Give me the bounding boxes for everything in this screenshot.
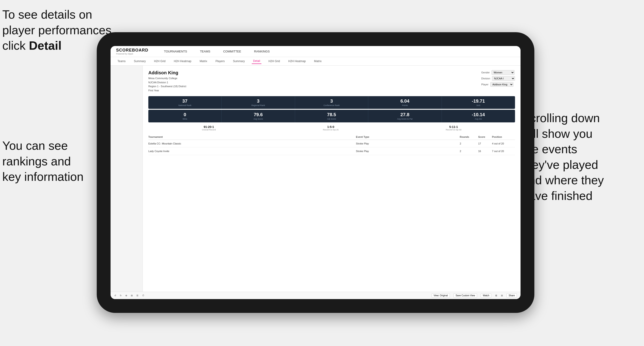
- top25-record-value: 1-5-0: [323, 125, 338, 129]
- logo-text: SCOREBOARD: [116, 48, 148, 53]
- content-area: Addison King Mesa Community College NJCA…: [110, 66, 520, 292]
- avg-sg-label: Avg SG: [444, 118, 513, 120]
- col-rounds: Rounds: [460, 136, 478, 138]
- player-selectors: Gender Women Division NJCAA I: [481, 70, 515, 87]
- tablet-frame: SCOREBOARD Powered by clippd TOURNAMENTS…: [97, 32, 534, 313]
- stat-wins: 0 Wins: [148, 110, 222, 122]
- player-division: NJCAA Division 1: [148, 81, 186, 85]
- logo-sub: Powered by clippd: [116, 53, 148, 55]
- division-selector-row: Division NJCAA I: [481, 76, 515, 81]
- table-row[interactable]: Estella CC- Mountain Classic Stroke Play…: [148, 140, 515, 148]
- toolbar-icon4[interactable]: ⏱: [142, 294, 144, 297]
- sos-value: -19.71: [444, 98, 513, 104]
- points-value: 6.04: [370, 98, 440, 104]
- player-header: Addison King Mesa Community College NJCA…: [148, 70, 515, 92]
- sub-nav-matrix[interactable]: Matrix: [198, 59, 209, 64]
- regional-rank-value: 3: [224, 98, 293, 104]
- stat-sos: -19.71 SoS: [442, 96, 515, 109]
- top50-record-label: Record vs top 50: [446, 129, 461, 131]
- col-position: Position: [492, 136, 515, 138]
- record-overall: 91-20-1 Overall Record: [202, 125, 216, 131]
- col-event-type: Event Type: [356, 136, 460, 138]
- wins-label: Wins: [150, 118, 220, 120]
- stats-grid-2: 0 Wins 79.6 Avg Score 78.5 Adj Score 27.…: [148, 110, 515, 122]
- row1-rounds: 2: [460, 142, 478, 145]
- toolbar-icon1[interactable]: ⊕: [125, 294, 127, 297]
- overall-record-label: Overall Record: [202, 129, 216, 131]
- row2-position: 7 out of 20: [492, 150, 515, 153]
- annotation-bottom-left: You can see rankings and key information: [2, 138, 113, 185]
- avg-score-label: Avg Score: [224, 118, 293, 120]
- sub-nav-h2h-heatmap2[interactable]: H2H Heatmap: [287, 59, 307, 64]
- sub-nav-summary2[interactable]: Summary: [232, 59, 246, 64]
- player-name: Addison King: [148, 70, 186, 75]
- conference-rank-value: 3: [297, 98, 366, 104]
- row2-tournament: Lady Coyote Invite: [148, 150, 356, 153]
- sub-nav: Teams Summary H2H Grid H2H Heatmap Matri…: [110, 57, 520, 66]
- view-original-button[interactable]: View: Original: [432, 293, 450, 298]
- sub-nav-h2h-grid[interactable]: H2H Grid: [153, 59, 167, 64]
- stat-avg-score: 79.6 Avg Score: [222, 110, 295, 122]
- gender-label: Gender: [481, 71, 490, 74]
- avg-score-to-par-value: 27.8: [370, 112, 440, 117]
- left-panel: [110, 66, 143, 292]
- stat-avg-score-to-par: 27.8 Avg Score to Par: [368, 110, 442, 122]
- stat-adj-score: 78.5 Adj Score: [295, 110, 368, 122]
- col-score: Score: [478, 136, 492, 138]
- player-selector-row: Player Addison King: [481, 82, 515, 87]
- wins-value: 0: [150, 112, 220, 117]
- records-row: 91-20-1 Overall Record 1-5-0 Record vs t…: [148, 125, 515, 131]
- undo-icon[interactable]: ↺: [114, 294, 116, 297]
- row2-score: 16: [478, 150, 492, 153]
- record-top50: 5-11-1 Record vs top 50: [446, 125, 461, 131]
- nav-rankings[interactable]: RANKINGS: [252, 49, 272, 54]
- save-custom-button[interactable]: Save Custom View: [454, 293, 477, 298]
- top25-record-label: Record vs top 25: [323, 129, 338, 131]
- nav-committee[interactable]: COMMITTEE: [221, 49, 243, 54]
- national-rank-value: 37: [150, 98, 220, 104]
- table-row[interactable]: Lady Coyote Invite Stroke Play 2 16 7 ou…: [148, 148, 515, 155]
- sub-nav-h2h-grid2[interactable]: H2H Grid: [267, 59, 281, 64]
- share-button[interactable]: Share: [506, 293, 517, 298]
- watch-button[interactable]: Watch: [481, 293, 491, 298]
- regional-rank-label: Regional Rank: [224, 104, 293, 107]
- points-label: Points: [370, 104, 440, 107]
- toolbar-icon3[interactable]: ☰: [136, 294, 138, 297]
- national-rank-label: National Rank: [150, 104, 220, 107]
- sub-nav-teams[interactable]: Teams: [116, 59, 127, 64]
- row2-rounds: 2: [460, 150, 478, 153]
- division-select[interactable]: NJCAA I: [492, 76, 515, 81]
- sub-nav-summary[interactable]: Summary: [132, 59, 147, 64]
- adj-score-value: 78.5: [297, 112, 366, 117]
- division-label: Division: [481, 77, 490, 80]
- main-panel: Addison King Mesa Community College NJCA…: [143, 66, 520, 292]
- toolbar-icon2[interactable]: ⊞: [131, 294, 133, 297]
- avg-score-value: 79.6: [224, 112, 293, 117]
- sub-nav-players[interactable]: Players: [214, 59, 226, 64]
- sub-nav-detail[interactable]: Detail: [252, 58, 262, 64]
- toolbar-icon5[interactable]: 🖥: [495, 294, 497, 297]
- avg-sg-value: -10.14: [444, 112, 513, 117]
- sub-nav-h2h-heatmap[interactable]: H2H Heatmap: [172, 59, 193, 64]
- player-region: Region 1 - Southwest (18) District: [148, 84, 186, 89]
- sos-label: SoS: [444, 104, 513, 107]
- nav-tournaments[interactable]: TOURNAMENTS: [162, 49, 189, 54]
- gender-select[interactable]: Women: [492, 70, 514, 75]
- row2-event-type: Stroke Play: [356, 150, 460, 153]
- avg-score-to-par-label: Avg Score to Par: [370, 118, 440, 120]
- stat-conference-rank: 3 Conference Rank: [295, 96, 368, 109]
- logo-area: SCOREBOARD Powered by clippd: [116, 48, 148, 55]
- tablet-screen: SCOREBOARD Powered by clippd TOURNAMENTS…: [110, 46, 520, 299]
- player-info: Addison King Mesa Community College NJCA…: [148, 70, 186, 92]
- toolbar-icon6[interactable]: ⊞: [501, 294, 503, 297]
- sub-nav-matrix2[interactable]: Matrix: [313, 59, 323, 64]
- stat-national-rank: 37 National Rank: [148, 96, 222, 109]
- player-select[interactable]: Addison King: [490, 82, 514, 87]
- nav-teams[interactable]: TEAMS: [198, 49, 212, 54]
- stat-regional-rank: 3 Regional Rank: [222, 96, 295, 109]
- redo-icon[interactable]: ↻: [120, 294, 122, 297]
- row1-position: 4 out of 20: [492, 142, 515, 145]
- row1-event-type: Stroke Play: [356, 142, 460, 145]
- row1-score: 17: [478, 142, 492, 145]
- annotation-right: Scrolling down will show you the events …: [522, 110, 642, 204]
